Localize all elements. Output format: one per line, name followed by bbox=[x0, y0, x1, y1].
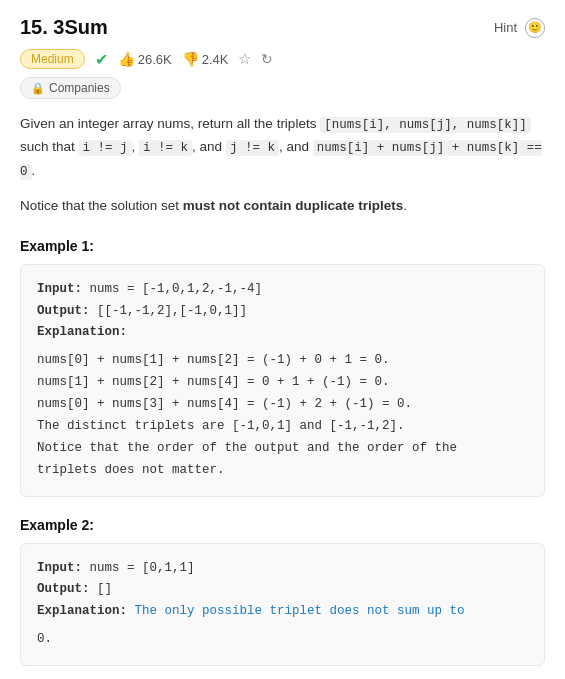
thumbs-up-icon: 👍 bbox=[118, 51, 135, 67]
check-icon: ✔ bbox=[95, 50, 108, 69]
notice-text: Notice that the solution set must not co… bbox=[20, 195, 545, 218]
thumbs-down-icon: 👎 bbox=[182, 51, 199, 67]
companies-badge[interactable]: 🔒 Companies bbox=[20, 77, 121, 99]
hint-button[interactable]: Hint bbox=[494, 20, 517, 35]
desc-part1: Given an integer array nums, return all … bbox=[20, 116, 320, 131]
problem-description: Given an integer array nums, return all … bbox=[20, 113, 545, 183]
example1-input: Input: nums = [-1,0,1,2,-1,-4] bbox=[37, 279, 528, 301]
star-icon[interactable]: ☆ bbox=[238, 50, 251, 68]
example1-line2: nums[1] + nums[2] + nums[4] = 0 + 1 + (-… bbox=[37, 372, 528, 394]
problem-title: 15. 3Sum bbox=[20, 16, 108, 39]
example1-line5: Notice that the order of the output and … bbox=[37, 438, 528, 460]
example2-expl: Explanation: The only possible triplet d… bbox=[37, 601, 528, 623]
face-icon: 🙂 bbox=[525, 18, 545, 38]
upvotes-stat: 👍 26.6K bbox=[118, 51, 172, 67]
example2-line2: 0. bbox=[37, 629, 528, 651]
refresh-icon[interactable]: ↻ bbox=[261, 51, 273, 67]
example2-input: Input: nums = [0,1,1] bbox=[37, 558, 528, 580]
example1-output: Output: [[-1,-1,2],[-1,0,1]] bbox=[37, 301, 528, 323]
difficulty-badge: Medium bbox=[20, 49, 85, 69]
example1-line6: triplets does not matter. bbox=[37, 460, 528, 482]
example2-title: Example 2: bbox=[20, 517, 545, 533]
desc-part2: such that bbox=[20, 139, 79, 154]
example1-title: Example 1: bbox=[20, 238, 545, 254]
desc-cond2: i != k bbox=[139, 140, 192, 156]
example1-box: Input: nums = [-1,0,1,2,-1,-4] Output: [… bbox=[20, 264, 545, 497]
example1-line4: The distinct triplets are [-1,0,1] and [… bbox=[37, 416, 528, 438]
example1-line1: nums[0] + nums[1] + nums[2] = (-1) + 0 +… bbox=[37, 350, 528, 372]
example2-box: Input: nums = [0,1,1] Output: [] Explana… bbox=[20, 543, 545, 667]
desc-code1: [nums[i], nums[j], nums[k]] bbox=[320, 117, 531, 133]
desc-cond3: j != k bbox=[226, 140, 279, 156]
example1-expl-label: Explanation: bbox=[37, 322, 528, 344]
desc-cond1: i != j bbox=[79, 140, 132, 156]
downvotes-stat: 👎 2.4K bbox=[182, 51, 229, 67]
example1-line3: nums[0] + nums[3] + nums[4] = (-1) + 2 +… bbox=[37, 394, 528, 416]
example2-output: Output: [] bbox=[37, 579, 528, 601]
lock-icon: 🔒 bbox=[31, 82, 45, 95]
